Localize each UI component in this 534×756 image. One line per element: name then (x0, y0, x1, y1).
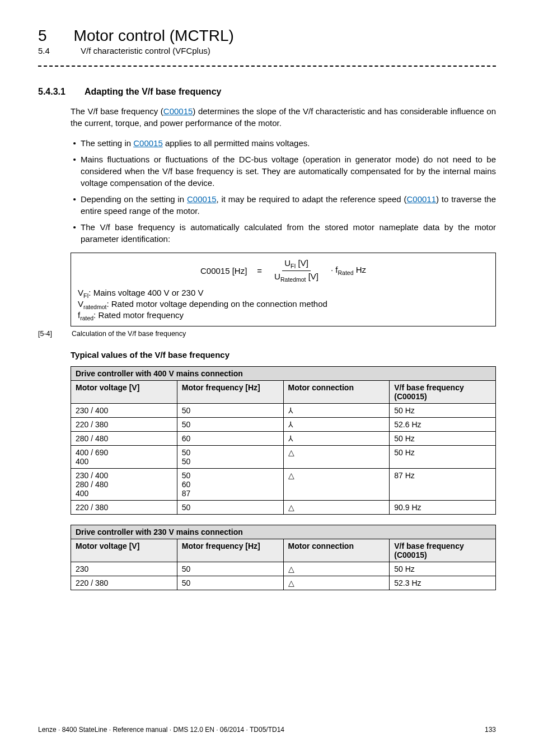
table-row: 230 / 400280 / 480400506087△87 Hz (71, 469, 496, 501)
bullet-item: The setting in C00015 applies to all per… (81, 137, 496, 149)
col-header: Motor frequency [Hz] (177, 381, 283, 404)
formula-lhs: C00015 [Hz] (200, 266, 247, 276)
cell-vf-base-frequency: 50 Hz (390, 562, 496, 576)
bullet-list: The setting in C00015 applies to all per… (71, 137, 496, 245)
section-number: 5.4.3.1 (38, 87, 65, 97)
divider (38, 66, 496, 67)
formula-box: C00015 [Hz] = UFI [V] URatedmot [V] · fR… (71, 253, 496, 326)
col-header: Motor voltage [V] (71, 539, 177, 562)
table-row: 220 / 38050△52.3 Hz (71, 576, 496, 590)
bullet-text: The setting in (81, 138, 133, 148)
cell-motor-frequency: 50 (177, 501, 283, 515)
cell-motor-voltage: 230 / 400280 / 480400 (71, 469, 177, 501)
cell-motor-frequency: 60 (177, 432, 283, 446)
cell-motor-connection: △ (283, 469, 390, 501)
link-c00015[interactable]: C00015 (187, 194, 217, 204)
col-header: Motor connection (283, 539, 390, 562)
cell-vf-base-frequency: 52.6 Hz (390, 418, 496, 432)
intro-paragraph: The V/f base frequency (C00015) determin… (71, 105, 496, 129)
table-row: 230 / 40050⅄50 Hz (71, 404, 496, 418)
cell-vf-base-frequency: 50 Hz (390, 432, 496, 446)
figure-caption: [5-4] Calculation of the V/f base freque… (71, 330, 496, 338)
formula-fraction: UFI [V] URatedmot [V] (272, 259, 321, 282)
formula-numerator: UFI [V] (282, 259, 311, 271)
cell-motor-frequency: 50 (177, 562, 283, 576)
link-c00015[interactable]: C00015 (163, 106, 193, 116)
cell-motor-frequency: 506087 (177, 469, 283, 501)
table-row: 280 / 48060⅄50 Hz (71, 432, 496, 446)
table-row: 220 / 38050⅄52.6 Hz (71, 418, 496, 432)
figure-tag: [5-4] (38, 330, 60, 338)
section-heading: 5.4.3.1 Adapting the V/f base frequency (38, 87, 496, 97)
cell-motor-voltage: 230 / 400 (71, 404, 177, 418)
cell-motor-connection: ⅄ (283, 418, 390, 432)
table-row: 23050△50 Hz (71, 562, 496, 576)
col-header: Motor connection (283, 381, 390, 404)
footer-page-number: 133 (485, 726, 496, 734)
table-230v: Drive controller with 230 V mains connec… (71, 525, 496, 590)
formula-note: frated: Rated motor frequency (78, 310, 489, 321)
subsection-number: 5.4 (38, 46, 54, 55)
bullet-text: The V/f base frequency is automatically … (81, 222, 496, 244)
link-c00011[interactable]: C00011 (407, 194, 437, 204)
cell-motor-voltage: 230 (71, 562, 177, 576)
col-header: Motor frequency [Hz] (177, 539, 283, 562)
cell-motor-frequency: 50 (177, 404, 283, 418)
formula-note: Vratedmot: Rated motor voltage depending… (78, 299, 489, 310)
table-group-title: Typical values of the V/f base frequency (71, 350, 496, 360)
chapter-title: Motor control (MCTRL) (74, 27, 234, 45)
cell-motor-frequency: 5050 (177, 446, 283, 469)
formula: C00015 [Hz] = UFI [V] URatedmot [V] · fR… (78, 259, 489, 282)
chapter-heading: 5 Motor control (MCTRL) (38, 27, 496, 45)
cell-motor-frequency: 50 (177, 418, 283, 432)
cell-vf-base-frequency: 50 Hz (390, 446, 496, 469)
col-header: Motor voltage [V] (71, 381, 177, 404)
cell-motor-connection: △ (283, 576, 390, 590)
bullet-text: Depending on the setting in (81, 194, 187, 204)
cell-vf-base-frequency: 50 Hz (390, 404, 496, 418)
cell-vf-base-frequency: 87 Hz (390, 469, 496, 501)
bullet-text: , it may be required to adapt the refere… (217, 194, 407, 204)
col-header: V/f base frequency (C00015) (390, 539, 496, 562)
cell-motor-connection: ⅄ (283, 404, 390, 418)
bullet-text: Mains fluctuations or fluctuations of th… (81, 155, 496, 188)
cell-motor-connection: ⅄ (283, 432, 390, 446)
cell-motor-voltage: 400 / 690400 (71, 446, 177, 469)
bullet-item: Depending on the setting in C00015, it m… (81, 193, 496, 217)
link-c00015[interactable]: C00015 (133, 138, 163, 148)
subsection-title: V/f characteristic control (VFCplus) (81, 46, 210, 55)
table-banner: Drive controller with 230 V mains connec… (71, 525, 496, 539)
table-row: 400 / 6904005050△50 Hz (71, 446, 496, 469)
table-row: 220 / 38050△90.9 Hz (71, 501, 496, 515)
formula-tail: · fRated Hz (331, 265, 366, 276)
col-header: V/f base frequency (C00015) (390, 381, 496, 404)
intro-text-a: The V/f base frequency ( (71, 106, 163, 116)
cell-vf-base-frequency: 90.9 Hz (390, 501, 496, 515)
formula-eq: = (257, 266, 262, 276)
table-400v: Drive controller with 400 V mains connec… (71, 366, 496, 515)
cell-motor-connection: △ (283, 562, 390, 576)
cell-motor-voltage: 280 / 480 (71, 432, 177, 446)
formula-note: VFI: Mains voltage 400 V or 230 V (78, 288, 489, 299)
cell-motor-voltage: 220 / 380 (71, 418, 177, 432)
bullet-item: The V/f base frequency is automatically … (81, 221, 496, 245)
subsection-heading: 5.4 V/f characteristic control (VFCplus) (38, 46, 496, 55)
figure-caption-text: Calculation of the V/f base frequency (72, 330, 186, 338)
bullet-item: Mains fluctuations or fluctuations of th… (81, 153, 496, 189)
bullet-text: applies to all permitted mains voltages. (163, 138, 310, 148)
formula-denominator: URatedmot [V] (272, 271, 321, 283)
cell-motor-connection: △ (283, 501, 390, 515)
footer-left: Lenze · 8400 StateLine · Reference manua… (38, 726, 284, 734)
chapter-number: 5 (38, 27, 47, 45)
table-banner: Drive controller with 400 V mains connec… (71, 367, 496, 381)
page-footer: Lenze · 8400 StateLine · Reference manua… (38, 726, 496, 734)
cell-motor-voltage: 220 / 380 (71, 576, 177, 590)
cell-motor-frequency: 50 (177, 576, 283, 590)
cell-motor-connection: △ (283, 446, 390, 469)
cell-motor-voltage: 220 / 380 (71, 501, 177, 515)
section-title: Adapting the V/f base frequency (85, 87, 221, 97)
cell-vf-base-frequency: 52.3 Hz (390, 576, 496, 590)
